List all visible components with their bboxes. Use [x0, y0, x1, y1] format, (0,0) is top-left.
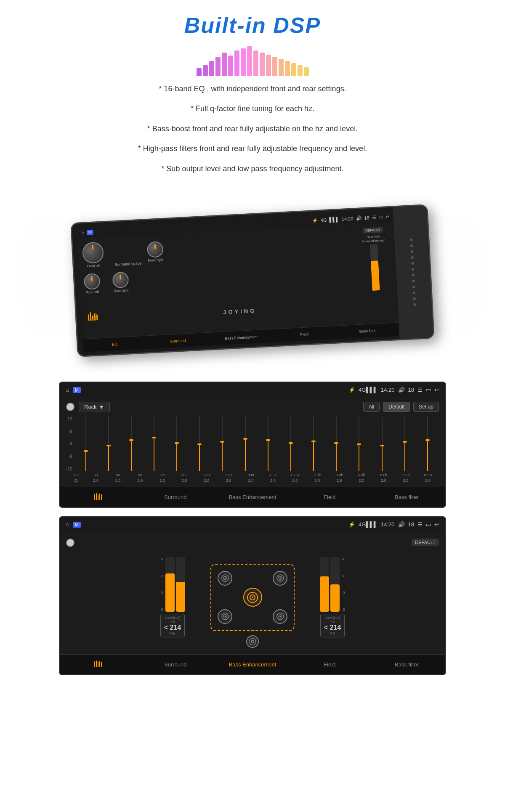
scale-neg3: -3	[160, 591, 163, 595]
scale-neg9: -9	[160, 608, 163, 612]
device-right-panel	[393, 205, 433, 339]
front-right-label: Front right	[148, 258, 163, 263]
eq-ch-14[interactable]	[370, 417, 393, 471]
app-icon-2: M	[73, 387, 81, 393]
bass-status-bar: ⌂ M ⚡ 4G▌▌▌ 14:20 🔊 18 ☰ ▭ ↩	[60, 517, 445, 532]
nav-field[interactable]: Field	[291, 491, 368, 504]
svg-rect-28	[96, 661, 97, 667]
nav-bass-filter[interactable]: Bass filter	[368, 491, 445, 504]
fc-200: 200	[173, 473, 196, 477]
q-1: 2.0	[85, 478, 107, 483]
all-button[interactable]: All	[363, 402, 380, 412]
eq-ch-13[interactable]	[348, 417, 370, 471]
eq-y-labels: 12 6 0 -6 -12	[66, 417, 72, 471]
setup-button[interactable]: Set up	[413, 402, 439, 412]
bass-slider-3[interactable]	[320, 557, 329, 612]
nav-eq[interactable]	[60, 490, 137, 504]
default-badge: DEFAULT	[363, 227, 383, 234]
device-tab-eq[interactable]: EQ	[83, 339, 146, 350]
fc-800: 800	[240, 473, 262, 477]
eq-ch-1[interactable]	[74, 417, 97, 471]
nav-surround[interactable]: Surround	[137, 491, 214, 504]
fc-5k: 5.0k	[351, 473, 373, 477]
eq-icon-nav	[63, 493, 133, 501]
scale-r-9: 9	[342, 557, 345, 561]
menu-icon: ☰	[372, 215, 376, 220]
feature-2: * Full q-factor fine tuning for each hz.	[8, 102, 497, 115]
eq-ch-4[interactable]	[143, 417, 165, 471]
bass-slider-4[interactable]	[330, 557, 340, 612]
speaker-center	[243, 588, 262, 607]
eq-ch-11[interactable]	[302, 417, 325, 471]
eq-icon[interactable]	[88, 312, 98, 322]
eq-ch-8[interactable]	[234, 417, 257, 471]
q-3: 2.0	[129, 478, 152, 483]
q-12: 2.0	[328, 478, 351, 483]
back-icon: ↩	[385, 214, 389, 219]
rear-left-knob-dial[interactable]	[84, 273, 101, 290]
front-left-knob[interactable]: Front left	[82, 241, 104, 268]
eq-ch-7[interactable]	[211, 417, 234, 471]
nav-eq-2[interactable]	[60, 657, 137, 672]
fc-125: 125	[151, 473, 173, 477]
nav-surround-2[interactable]: Surround	[137, 658, 214, 671]
db-neg12: -12	[66, 467, 72, 471]
fc-80: 80	[129, 473, 152, 477]
q-16: 2.0	[417, 478, 439, 483]
home-icon: ⌂	[81, 230, 84, 235]
q-15: 2.0	[395, 478, 417, 483]
signal-label: 4G	[321, 218, 327, 223]
nav-bass-enhancement[interactable]: Bass Enhancement	[214, 491, 291, 504]
fc-320: 320	[195, 473, 218, 477]
eq-ch-15[interactable]	[393, 417, 416, 471]
device-tab-field[interactable]: Field	[273, 329, 336, 340]
front-left-knob-dial[interactable]	[82, 241, 104, 264]
eq-ch-5[interactable]	[165, 417, 188, 471]
q-10: 2.0	[284, 478, 306, 483]
eq-ch-6[interactable]	[188, 417, 211, 471]
svg-rect-6	[96, 493, 97, 500]
default-button[interactable]: Default	[383, 402, 410, 412]
vent-6	[412, 268, 414, 271]
front-right-knob[interactable]: Front right	[146, 241, 164, 263]
svg-point-18	[224, 616, 226, 617]
db-6: 6	[66, 429, 72, 434]
device-tab-surround[interactable]: Surround	[146, 335, 210, 346]
bass-slider-2[interactable]	[176, 557, 185, 612]
nav-bass-enhancement-2[interactable]: Bass Enhancement	[214, 658, 291, 671]
app-icon: M	[87, 230, 93, 235]
scale-r-neg3: -3	[342, 591, 345, 595]
svg-rect-2	[92, 316, 94, 321]
surround-strength-label: Surround strength	[361, 239, 385, 243]
eq-ch-2[interactable]	[97, 417, 120, 471]
eq-ch-3[interactable]	[120, 417, 143, 471]
eq-ch-16[interactable]	[416, 417, 439, 471]
device-tab-bass-enhancement[interactable]: Bass Enhancement	[209, 332, 273, 343]
rear-right-knob[interactable]: Rear right	[112, 271, 130, 293]
surround-slider[interactable]	[370, 244, 380, 291]
vol-icon-3: 🔊	[398, 521, 405, 528]
bass-screen-section: ⌂ M ⚡ 4G▌▌▌ 14:20 🔊 18 ☰ ▭ ↩ DEFAULT	[59, 516, 446, 675]
fc-3k: 3.0k	[328, 473, 351, 477]
bass-slider-1[interactable]	[165, 557, 175, 612]
back-icon-2: ↩	[434, 387, 439, 393]
window-icon-3: ▭	[426, 521, 431, 528]
front-right-knob-dial[interactable]	[146, 241, 163, 258]
header-section: Built-in DSP * 16-band EQ , with indepen…	[0, 0, 505, 180]
back-icon-3: ↩	[434, 521, 439, 528]
q-6: 2.0	[195, 478, 218, 483]
bass-slider-1-fill	[165, 573, 175, 612]
svg-rect-31	[101, 662, 102, 667]
eq-ch-9[interactable]	[257, 417, 279, 471]
preset-selector[interactable]: Rock ▼	[79, 402, 110, 412]
eq-ch-10[interactable]	[279, 417, 302, 471]
rear-left-knob[interactable]: Rear left	[84, 273, 101, 295]
db-0: 0	[66, 441, 72, 446]
device-tab-bass-filter[interactable]: Bass filter	[336, 325, 399, 336]
time-3: 14:20	[381, 521, 395, 528]
nav-field-2[interactable]: Field	[291, 658, 368, 671]
rear-right-knob-dial[interactable]	[112, 271, 129, 288]
nav-bass-filter-2[interactable]: Bass filter	[368, 658, 445, 671]
eq-ch-12[interactable]	[325, 417, 348, 471]
fc-16k: 16.0k	[417, 473, 439, 477]
